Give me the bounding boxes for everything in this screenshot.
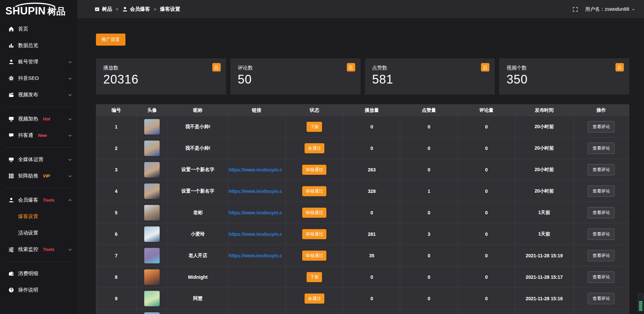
board-icon: [95, 7, 100, 12]
sidebar-item-label: 视频发布: [18, 92, 38, 98]
cell-link: https://www.iesdouyin.c: [228, 180, 285, 202]
sidebar-divider: [5, 188, 73, 188]
view-comments-button[interactable]: 查看评论: [588, 186, 614, 197]
video-link[interactable]: https://www.iesdouyin.c: [228, 167, 285, 172]
breadcrumb-item-1[interactable]: 树品: [95, 6, 112, 12]
cell-likes: 0: [400, 138, 458, 159]
table-header-row: 编号头像昵称链接状态播放量点赞量评论量发布时间操作: [96, 105, 629, 116]
cell-nickname: 老人开店: [168, 245, 228, 266]
cell-number: 7: [96, 245, 137, 266]
main-column: 树品>会员爆客>爆客设置 用户名：zswodun88 推广设置 播放数20316…: [77, 0, 644, 314]
video-link[interactable]: https://www.iesdouyin.c: [228, 231, 285, 237]
meter-bar: [639, 303, 642, 305]
sidebar-item-operation-instructions[interactable]: 操作说明: [0, 282, 77, 298]
monitor-icon: [8, 157, 14, 162]
cell-likes: 1: [400, 180, 458, 202]
video-link[interactable]: https://www.iesdouyin.c: [228, 253, 285, 258]
cell-status: 下架: [285, 116, 343, 138]
promo-settings-button[interactable]: 推广设置: [96, 34, 125, 46]
view-comments-button[interactable]: 查看评论: [588, 164, 614, 175]
cell-likes: 0: [400, 116, 458, 138]
sidebar-item-douyin-seo[interactable]: 抖音SEO: [0, 70, 77, 87]
sidebar-item-clue-monitoring[interactable]: 线索监控Tools: [0, 241, 77, 258]
sidebar-item-label: 数据总览: [18, 42, 38, 49]
fullscreen-icon[interactable]: [573, 7, 578, 12]
cell-comments: 0: [458, 180, 515, 202]
home-icon: [8, 26, 14, 32]
cell-publish-time: 20小时前: [515, 159, 574, 180]
cell-comments: 0: [458, 288, 515, 309]
cell-number: 2: [96, 138, 137, 159]
sidebar-item-member-baoke[interactable]: 会员爆客Tools: [0, 192, 77, 208]
video-link[interactable]: https://www.iesdouyin.c: [228, 210, 285, 215]
cell-number: [96, 309, 137, 314]
app-root: SHUPIN 树品 首页数据总览账号管理抖音SEO视频发布视频加热Hot抖客通N…: [0, 0, 644, 314]
sidebar-item-all-media-operation[interactable]: 全媒体运营: [0, 151, 77, 168]
sidebar-item-video-publish[interactable]: 视频发布: [0, 87, 77, 103]
breadcrumb-separator: >: [154, 7, 157, 12]
app-logo: SHUPIN 树品: [0, 0, 77, 21]
avatar: [144, 184, 160, 199]
cell-link: https://www.iesdouyin.c: [228, 223, 285, 245]
cell-nickname: Midnight: [168, 266, 228, 288]
logo-text: SHUPIN 树品: [5, 5, 65, 17]
sidebar-item-account-management[interactable]: 账号管理: [0, 54, 77, 70]
sidebar-subitem-baoke-settings[interactable]: 爆客设置: [0, 208, 77, 225]
cell-plays: [343, 309, 400, 314]
sidebar-item-video-heating[interactable]: 视频加热Hot: [0, 111, 77, 127]
cell-action: 查看评论: [573, 288, 629, 309]
topbar-right: 用户名：zswodun88: [573, 6, 635, 12]
grid-icon: [8, 173, 14, 179]
view-comments-button[interactable]: 查看评论: [588, 121, 614, 133]
user-icon: [8, 59, 14, 65]
view-comments-button[interactable]: 查看评论: [588, 271, 614, 283]
status-badge: 下架: [307, 122, 322, 132]
column-header-7: 点赞量: [400, 105, 458, 116]
cell-link: https://www.iesdouyin.c: [228, 159, 285, 180]
user-menu[interactable]: 用户名：zswodun88: [585, 6, 635, 12]
sidebar-item-label: 首页: [18, 26, 28, 32]
stat-card-value: 50: [238, 72, 353, 87]
video-link[interactable]: https://www.iesdouyin.c: [228, 189, 285, 194]
view-comments-button[interactable]: 查看评论: [588, 207, 614, 218]
cell-comments: 0: [458, 138, 515, 159]
cell-avatar: [136, 266, 168, 288]
username: 用户名：zswodun88: [585, 6, 629, 12]
table-row: [96, 309, 629, 314]
status-badge: 未通过: [305, 143, 324, 153]
cell-number: 1: [96, 116, 137, 138]
breadcrumb-label: 爆客设置: [160, 6, 180, 12]
view-comments-button[interactable]: 查看评论: [588, 250, 614, 261]
sidebar-item-data-overview[interactable]: 数据总览: [0, 37, 77, 54]
cell-number: 5: [96, 202, 137, 223]
sidebar-item-consumption-details[interactable]: 消费明细: [0, 265, 77, 282]
sidebar-item-tag: Hot: [43, 116, 50, 121]
avatar: [144, 226, 160, 242]
stat-card-badge: 总: [615, 63, 624, 71]
stat-card-label: 点赞数: [372, 65, 488, 71]
stat-card-value: 350: [506, 72, 622, 87]
meter-bar: [639, 301, 642, 303]
sidebar-item-home[interactable]: 首页: [0, 21, 77, 37]
sidebar-item-matrix-boost[interactable]: 矩阵助推VIP: [0, 168, 77, 184]
breadcrumb-item-3[interactable]: 爆客设置: [160, 6, 180, 12]
main-content: 推广设置 播放数20316总评论数50总点赞数581总视频个数350总 编号头像…: [77, 19, 644, 314]
stat-card-badge: 总: [481, 63, 489, 71]
meter-bar: [639, 307, 642, 309]
cell-plays: 35: [343, 245, 400, 266]
sidebar-item-douke-tong[interactable]: 抖客通New: [0, 127, 77, 144]
cell-avatar: [136, 309, 168, 314]
view-comments-button[interactable]: 查看评论: [588, 293, 614, 304]
sidebar-subitem-activity-settings[interactable]: 活动设置: [0, 225, 77, 241]
view-comments-button[interactable]: 查看评论: [588, 228, 614, 240]
cell-action: 查看评论: [573, 116, 629, 138]
breadcrumb-item-2[interactable]: 会员爆客: [122, 6, 150, 12]
cell-publish-time: 20小时前: [515, 180, 574, 202]
view-comments-button[interactable]: 查看评论: [588, 143, 614, 154]
sidebar-item-tag: VIP: [43, 173, 50, 178]
breadcrumb-label: 树品: [102, 6, 112, 12]
cell-comments: [458, 309, 515, 314]
cell-status: 未通过: [285, 288, 343, 309]
cell-link: [228, 288, 285, 309]
cell-likes: 0: [400, 245, 458, 266]
